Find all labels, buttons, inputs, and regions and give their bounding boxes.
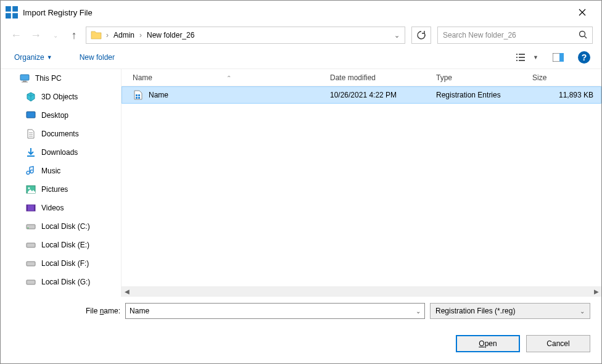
svg-rect-0 — [6, 6, 11, 12]
disk-icon — [25, 276, 36, 287]
address-bar[interactable]: › Admin › New folder_26 ⌄ — [86, 27, 405, 44]
search-input[interactable]: Search New folder_26 — [437, 27, 593, 44]
cube-icon — [25, 91, 36, 102]
chevron-right-icon[interactable]: › — [138, 31, 143, 39]
disk-icon — [25, 221, 36, 232]
sidebar-item-local-disk-c[interactable]: Local Disk (C:) — [1, 217, 121, 236]
document-icon — [25, 128, 36, 139]
search-placeholder: Search New folder_26 — [443, 31, 579, 39]
svg-point-4 — [580, 31, 585, 36]
file-type-filter[interactable]: Registration Files (*.reg)⌄ — [430, 303, 590, 319]
column-date[interactable]: Date modified — [330, 73, 436, 82]
svg-rect-8 — [519, 57, 525, 58]
organize-button[interactable]: Organize ▼ — [12, 51, 55, 64]
pc-icon — [19, 73, 30, 84]
sidebar-item-label: Music — [41, 167, 60, 175]
filter-label: Registration Files (*.reg) — [435, 307, 515, 315]
sidebar-item-music[interactable]: Music — [1, 162, 121, 180]
address-dropdown[interactable]: ⌄ — [390, 31, 403, 39]
close-button[interactable] — [568, 2, 596, 22]
bottom-bar: File name:Name⌄Registration Files (*.reg… — [1, 297, 601, 358]
back-button[interactable]: ← — [9, 29, 23, 42]
sidebar-item-downloads[interactable]: Downloads — [1, 143, 121, 162]
recent-dropdown[interactable]: ⌄ — [49, 32, 62, 39]
forward-button[interactable]: → — [29, 29, 43, 42]
file-date: 10/26/2021 4:22 PM — [330, 91, 436, 99]
horizontal-scrollbar[interactable]: ◀ ▶ — [122, 286, 601, 297]
column-headers: Name⌃ Date modified Type Size — [122, 69, 601, 86]
sidebar-item-label: Videos — [41, 204, 64, 212]
svg-rect-7 — [516, 57, 517, 58]
filename-label: File name: — [86, 307, 120, 315]
column-name[interactable]: Name⌃ — [133, 73, 330, 82]
preview-pane-button[interactable] — [551, 50, 566, 65]
sidebar-item-desktop[interactable]: Desktop — [1, 106, 121, 125]
file-type: Registration Entries — [436, 91, 532, 99]
search-icon — [579, 30, 587, 41]
sort-asc-icon: ⌃ — [226, 75, 231, 81]
main-area: This PC 3D Objects Desktop Documents Dow… — [1, 68, 601, 297]
svg-rect-2 — [6, 13, 11, 19]
nav-row: ← → ⌄ ↑ › Admin › New folder_26 ⌄ Search… — [1, 24, 601, 46]
titlebar: Import Registry File — [1, 1, 601, 24]
file-size: 11,893 KB — [532, 91, 593, 99]
folder-icon — [90, 29, 102, 41]
button-row: Open Cancel — [12, 335, 590, 352]
view-options-button[interactable] — [514, 50, 529, 65]
svg-rect-31 — [138, 97, 140, 99]
svg-rect-29 — [138, 94, 140, 96]
organize-label: Organize — [14, 53, 44, 62]
help-button[interactable]: ? — [578, 51, 590, 64]
download-icon — [25, 147, 36, 158]
svg-point-19 — [28, 188, 30, 189]
svg-rect-9 — [516, 60, 517, 61]
sidebar-item-label: Local Disk (F:) — [41, 259, 89, 268]
sidebar-item-label: Local Disk (C:) — [41, 222, 90, 231]
sidebar-item-documents[interactable]: Documents — [1, 125, 121, 143]
picture-icon — [25, 184, 36, 195]
scroll-right-button[interactable]: ▶ — [591, 286, 601, 297]
sidebar-item-videos[interactable]: Videos — [1, 199, 121, 217]
svg-rect-6 — [519, 54, 525, 55]
cancel-button[interactable]: Cancel — [526, 335, 590, 352]
sidebar-item-3d-objects[interactable]: 3D Objects — [1, 88, 121, 106]
refresh-button[interactable] — [411, 27, 431, 44]
sidebar-item-label: Local Disk (G:) — [41, 278, 90, 286]
filename-dropdown[interactable]: ⌄ — [416, 308, 421, 315]
breadcrumb-folder[interactable]: New folder_26 — [143, 31, 198, 39]
svg-rect-20 — [27, 205, 35, 211]
svg-rect-21 — [27, 205, 28, 211]
column-type[interactable]: Type — [436, 73, 532, 82]
sidebar-item-label: Local Disk (E:) — [41, 241, 89, 249]
music-icon — [25, 165, 36, 176]
svg-rect-16 — [27, 112, 35, 118]
svg-rect-15 — [22, 82, 28, 83]
svg-rect-24 — [27, 228, 29, 228]
sidebar-item-label: Desktop — [41, 111, 68, 120]
sidebar-item-label: 3D Objects — [41, 93, 78, 101]
sidebar-item-this-pc[interactable]: This PC — [1, 69, 121, 88]
new-folder-button[interactable]: New folder — [77, 51, 117, 64]
sidebar[interactable]: This PC 3D Objects Desktop Documents Dow… — [1, 69, 122, 297]
dropdown-icon: ▼ — [47, 54, 52, 60]
view-dropdown[interactable]: ▼ — [533, 54, 538, 60]
sidebar-item-local-disk-f[interactable]: Local Disk (F:) — [1, 254, 121, 273]
sidebar-item-local-disk-g[interactable]: Local Disk (G:) — [1, 273, 121, 291]
svg-rect-1 — [12, 6, 18, 12]
svg-rect-5 — [516, 54, 517, 55]
svg-rect-25 — [27, 243, 35, 247]
desktop-icon — [25, 110, 36, 121]
sidebar-item-local-disk-e[interactable]: Local Disk (E:) — [1, 236, 121, 254]
breadcrumb-admin[interactable]: Admin — [110, 31, 138, 39]
scroll-left-button[interactable]: ◀ — [122, 286, 132, 297]
open-button[interactable]: Open — [456, 335, 520, 352]
chevron-right-icon[interactable]: › — [105, 31, 110, 39]
file-row[interactable]: Name 10/26/2021 4:22 PM Registration Ent… — [122, 86, 601, 104]
svg-rect-13 — [20, 75, 29, 80]
column-size[interactable]: Size — [532, 73, 601, 82]
up-button[interactable]: ↑ — [68, 29, 80, 42]
sidebar-item-pictures[interactable]: Pictures — [1, 180, 121, 199]
disk-icon — [25, 258, 36, 269]
file-list: Name⌃ Date modified Type Size Name 10/26… — [122, 69, 601, 297]
filename-input[interactable]: Name⌄ — [125, 303, 425, 319]
